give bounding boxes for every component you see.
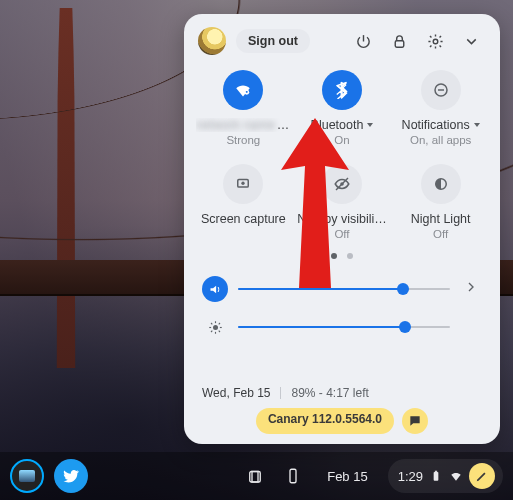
chevron-down-icon[interactable] bbox=[456, 26, 486, 56]
svg-line-19 bbox=[218, 323, 219, 324]
shelf-date[interactable]: Feb 15 bbox=[317, 464, 377, 489]
footer-date: Wed, Feb 15 bbox=[202, 386, 270, 400]
gear-icon[interactable] bbox=[420, 26, 450, 56]
tile-nearby-visibility[interactable]: Nearby visibili… Off bbox=[293, 164, 392, 240]
svg-rect-0 bbox=[395, 40, 404, 46]
wifi-icon bbox=[223, 70, 263, 110]
chevron-right-icon[interactable] bbox=[460, 279, 482, 299]
shelf-time: 1:29 bbox=[398, 469, 423, 484]
tile-label: Bluetooth bbox=[311, 118, 374, 132]
version-badge[interactable]: Canary 112.0.5564.0 bbox=[256, 408, 394, 434]
tile-label: network name… bbox=[196, 118, 290, 132]
tile-label: Nearby visibili… bbox=[297, 212, 387, 226]
lock-icon[interactable] bbox=[384, 26, 414, 56]
power-icon[interactable] bbox=[348, 26, 378, 56]
tile-label: Night Light bbox=[411, 212, 471, 226]
tile-sub: Off bbox=[433, 228, 448, 240]
tote-icon[interactable] bbox=[241, 462, 269, 490]
wifi-icon bbox=[449, 469, 463, 483]
svg-rect-25 bbox=[435, 471, 437, 472]
svg-rect-3 bbox=[246, 91, 248, 93]
tile-sub: On, all apps bbox=[410, 134, 471, 146]
signout-button[interactable]: Sign out bbox=[236, 29, 310, 53]
do-not-disturb-icon bbox=[421, 70, 461, 110]
shelf-app-files[interactable] bbox=[10, 459, 44, 493]
footer-battery: 89% - 4:17 left bbox=[291, 386, 368, 400]
svg-rect-23 bbox=[290, 469, 296, 483]
svg-rect-22 bbox=[252, 472, 258, 483]
feedback-icon[interactable] bbox=[402, 408, 428, 434]
night-light-icon bbox=[421, 164, 461, 204]
screen-capture-icon bbox=[223, 164, 263, 204]
shelf-app-twitter[interactable] bbox=[54, 459, 88, 493]
tile-label: Screen capture bbox=[201, 212, 286, 226]
tile-label: Notifications bbox=[402, 118, 480, 132]
status-tray[interactable]: 1:29 bbox=[388, 459, 503, 493]
svg-point-11 bbox=[213, 325, 218, 330]
volume-slider[interactable] bbox=[238, 288, 450, 290]
volume-icon bbox=[202, 276, 228, 302]
tile-sub: On bbox=[334, 134, 349, 146]
svg-rect-24 bbox=[434, 472, 439, 481]
page-indicator bbox=[188, 246, 496, 262]
tile-night-light[interactable]: Night Light Off bbox=[391, 164, 490, 240]
tile-sub: Off bbox=[334, 228, 349, 240]
battery-icon bbox=[429, 469, 443, 483]
shelf: Feb 15 1:29 bbox=[0, 452, 513, 500]
volume-slider-row[interactable] bbox=[188, 272, 496, 306]
svg-line-18 bbox=[211, 330, 212, 331]
tile-bluetooth[interactable]: Bluetooth On bbox=[293, 70, 392, 146]
bluetooth-icon bbox=[322, 70, 362, 110]
quick-settings-panel: Sign out network name… Strong Bluetooth bbox=[184, 14, 500, 444]
brightness-icon bbox=[202, 314, 228, 340]
avatar[interactable] bbox=[198, 27, 226, 55]
tile-sub: Strong bbox=[226, 134, 260, 146]
visibility-off-icon bbox=[322, 164, 362, 204]
brightness-slider-row[interactable] bbox=[188, 310, 496, 344]
svg-point-1 bbox=[433, 39, 438, 44]
brightness-slider[interactable] bbox=[238, 326, 450, 328]
panel-header: Sign out bbox=[188, 26, 496, 56]
tile-notifications[interactable]: Notifications On, all apps bbox=[391, 70, 490, 146]
svg-line-17 bbox=[218, 330, 219, 331]
svg-point-7 bbox=[242, 182, 245, 185]
tile-wifi[interactable]: network name… Strong bbox=[194, 70, 293, 146]
phone-hub-icon[interactable] bbox=[279, 462, 307, 490]
stylus-icon[interactable] bbox=[469, 463, 495, 489]
svg-line-16 bbox=[211, 323, 212, 324]
tile-screen-capture[interactable]: Screen capture bbox=[194, 164, 293, 240]
